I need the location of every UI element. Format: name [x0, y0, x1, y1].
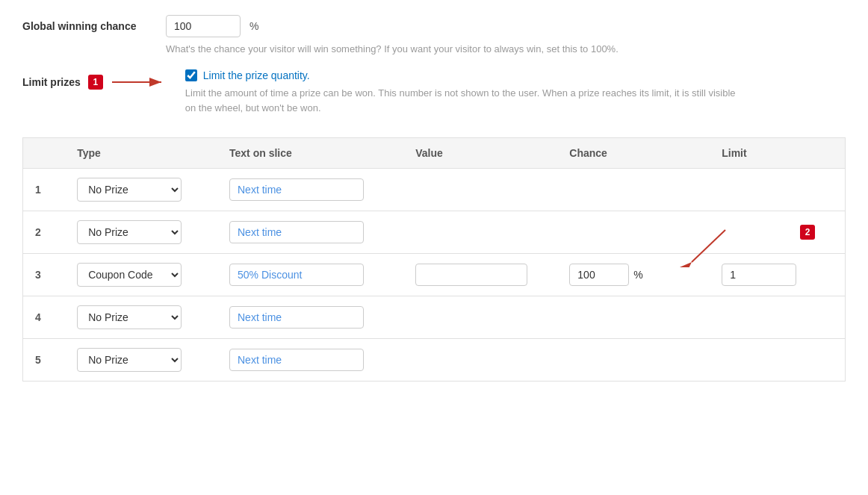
table-header: Type Text on slice Value Chance Limit [23, 138, 846, 169]
table-row: 3No PrizeCoupon CodeFree ShippingCustom … [23, 254, 846, 296]
value-cell [403, 211, 557, 254]
global-chance-input[interactable] [166, 15, 241, 37]
text-on-slice-input[interactable] [229, 306, 364, 329]
chance-cell: % [557, 254, 710, 296]
value-cell [403, 169, 557, 211]
badge-1: 1 [88, 75, 103, 90]
text-on-slice-cell [217, 296, 403, 339]
global-chance-label: Global winning chance [22, 20, 157, 32]
type-cell: No PrizeCoupon CodeFree ShippingCustom P… [65, 254, 217, 296]
limit-checkbox-label: Limit the prize quantity. [203, 69, 310, 81]
limit-checkbox-row: Limit the prize quantity. [185, 69, 745, 81]
type-cell: No PrizeCoupon CodeFree ShippingCustom P… [65, 211, 217, 254]
prizes-table: Type Text on slice Value Chance Limit 1N… [22, 137, 846, 382]
text-on-slice-input[interactable] [229, 221, 364, 243]
text-on-slice-cell [217, 169, 403, 211]
table-row: 5No PrizeCoupon CodeFree ShippingCustom … [23, 339, 846, 382]
text-on-slice-cell [217, 211, 403, 254]
th-limit: Limit [710, 138, 845, 169]
value-cell [403, 296, 557, 339]
page-wrapper: Global winning chance % What's the chanc… [0, 0, 868, 495]
row-number: 5 [23, 339, 66, 382]
table-row: 4No PrizeCoupon CodeFree ShippingCustom … [23, 296, 846, 339]
type-select[interactable]: No PrizeCoupon CodeFree ShippingCustom P… [77, 305, 182, 329]
limit-hint-text: Limit the amount of time a prize can be … [185, 86, 745, 115]
limit-cell [710, 211, 845, 254]
chance-cell [557, 339, 710, 382]
text-on-slice-input[interactable] [229, 178, 364, 201]
th-text-on-slice: Text on slice [217, 138, 403, 169]
value-cell [403, 254, 557, 296]
chance-cell [557, 296, 710, 339]
table-body: 1No PrizeCoupon CodeFree ShippingCustom … [23, 169, 846, 382]
arrow-1-icon [111, 71, 170, 93]
limit-prizes-left: Limit prizes 1 [22, 71, 170, 93]
type-cell: No PrizeCoupon CodeFree ShippingCustom P… [65, 339, 217, 382]
text-on-slice-cell [217, 339, 403, 382]
badge-2: 2 [800, 225, 815, 240]
limit-cell: 2 [710, 254, 845, 296]
text-on-slice-input[interactable] [229, 264, 364, 286]
value-cell [403, 339, 557, 382]
limit-cell [710, 296, 845, 339]
row-number: 1 [23, 169, 66, 211]
th-chance: Chance [557, 138, 710, 169]
type-select[interactable]: No PrizeCoupon CodeFree ShippingCustom P… [77, 178, 182, 202]
limit-input[interactable] [722, 264, 796, 286]
chance-cell [557, 211, 710, 254]
limit-prizes-label: Limit prizes [22, 76, 81, 88]
th-row-num [23, 138, 66, 169]
limit-cell [710, 339, 845, 382]
global-chance-hint: What's the chance your visitor will win … [166, 43, 846, 55]
type-select[interactable]: No PrizeCoupon CodeFree ShippingCustom P… [77, 263, 182, 287]
limit-quantity-checkbox[interactable] [185, 69, 197, 81]
type-cell: No PrizeCoupon CodeFree ShippingCustom P… [65, 296, 217, 339]
limit-prizes-section: Limit prizes 1 Limit the prize quantity.… [22, 69, 846, 115]
chance-percent: % [633, 269, 642, 281]
type-cell: No PrizeCoupon CodeFree ShippingCustom P… [65, 169, 217, 211]
th-value: Value [403, 138, 557, 169]
text-on-slice-cell [217, 254, 403, 296]
th-type: Type [65, 138, 217, 169]
text-on-slice-input[interactable] [229, 349, 364, 371]
chance-cell [557, 169, 710, 211]
limit-cell [710, 169, 845, 211]
table-row: 2No PrizeCoupon CodeFree ShippingCustom … [23, 211, 846, 254]
limit-prizes-right: Limit the prize quantity. Limit the amou… [185, 69, 745, 115]
value-input[interactable] [415, 264, 527, 286]
table-row: 1No PrizeCoupon CodeFree ShippingCustom … [23, 169, 846, 211]
row-number: 2 [23, 211, 66, 254]
row-number: 3 [23, 254, 66, 296]
type-select[interactable]: No PrizeCoupon CodeFree ShippingCustom P… [77, 220, 182, 244]
global-chance-row: Global winning chance % [22, 15, 846, 37]
row-number: 4 [23, 296, 66, 339]
type-select[interactable]: No PrizeCoupon CodeFree ShippingCustom P… [77, 348, 182, 372]
chance-input[interactable] [569, 264, 629, 286]
percent-sign: % [249, 20, 258, 32]
